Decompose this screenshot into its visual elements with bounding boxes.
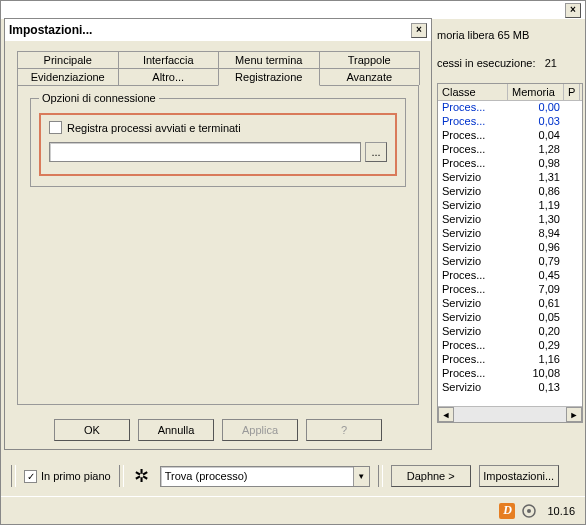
impostazioni-button[interactable]: Impostazioni... [479, 465, 559, 487]
dialog-button-row: OK Annulla Applica ? [17, 419, 419, 441]
cell-class: Servizio [438, 199, 510, 213]
col-header-class[interactable]: Classe [438, 84, 508, 100]
horizontal-scrollbar[interactable]: ◄ ► [438, 406, 582, 422]
cell-class: Proces... [438, 129, 510, 143]
cell-class: Servizio [438, 325, 510, 339]
table-row[interactable]: Servizio1,30 [438, 213, 582, 227]
tab-interfaccia[interactable]: Interfaccia [118, 51, 220, 68]
cell-memory: 1,28 [510, 143, 566, 157]
table-body: Proces...0,00Proces...0,03Proces...0,04P… [438, 101, 582, 395]
cell-memory: 1,30 [510, 213, 566, 227]
table-row[interactable]: Servizio0,13 [438, 381, 582, 395]
browse-button[interactable]: ... [365, 142, 387, 162]
in-primo-piano-checkbox[interactable] [24, 470, 37, 483]
cell-memory: 0,79 [510, 255, 566, 269]
table-row[interactable]: Proces...1,16 [438, 353, 582, 367]
divider [11, 465, 16, 487]
ok-button[interactable]: OK [54, 419, 130, 441]
cell-class: Servizio [438, 171, 510, 185]
cell-class: Servizio [438, 241, 510, 255]
table-row[interactable]: Servizio0,61 [438, 297, 582, 311]
cell-memory: 0,29 [510, 339, 566, 353]
dialog-title: Impostazioni... [9, 23, 411, 37]
cell-memory: 0,13 [510, 381, 566, 395]
tab-registrazione[interactable]: Registrazione [218, 68, 320, 86]
table-row[interactable]: Proces...0,03 [438, 115, 582, 129]
main-titlebar: × [1, 1, 585, 19]
cell-class: Proces... [438, 157, 510, 171]
cell-memory: 7,09 [510, 283, 566, 297]
table-row[interactable]: Proces...1,28 [438, 143, 582, 157]
cell-class: Proces... [438, 269, 510, 283]
tab-evidenziazione[interactable]: Evidenziazione [17, 68, 119, 85]
table-row[interactable]: Servizio8,94 [438, 227, 582, 241]
help-button[interactable]: ? [306, 419, 382, 441]
cell-memory: 0,05 [510, 311, 566, 325]
tab-row-2: EvidenziazioneAltro...RegistrazioneAvanz… [17, 68, 419, 85]
tab-avanzate[interactable]: Avanzate [319, 68, 421, 85]
clock: 10.16 [543, 505, 579, 517]
highlight-box: Registra processi avviati e terminati ..… [39, 113, 397, 176]
tab-altro[interactable]: Altro... [118, 68, 220, 85]
process-table: Classe Memoria P Proces...0,00Proces...0… [437, 83, 583, 423]
cell-class: Proces... [438, 283, 510, 297]
memory-free-label: moria libera 65 MB [437, 29, 557, 41]
info-panel: moria libera 65 MB cessi in esecuzione: … [437, 29, 557, 69]
daphne-tray-icon[interactable]: D [499, 503, 515, 519]
table-row[interactable]: Proces...0,98 [438, 157, 582, 171]
main-close-button[interactable]: × [565, 3, 581, 18]
divider [378, 465, 383, 487]
tab-trappole[interactable]: Trappole [319, 51, 421, 68]
log-path-input[interactable] [49, 142, 361, 162]
settings-dialog: Impostazioni... × PrincipaleInterfacciaM… [4, 18, 432, 450]
processes-running-count: 21 [545, 57, 557, 69]
table-row[interactable]: Servizio0,05 [438, 311, 582, 325]
table-row[interactable]: Proces...7,09 [438, 283, 582, 297]
cell-class: Proces... [438, 353, 510, 367]
col-header-memory[interactable]: Memoria [508, 84, 564, 100]
cell-memory: 1,16 [510, 353, 566, 367]
cell-class: Proces... [438, 143, 510, 157]
log-processes-checkbox[interactable] [49, 121, 62, 134]
table-row[interactable]: Proces...0,04 [438, 129, 582, 143]
table-row[interactable]: Servizio0,79 [438, 255, 582, 269]
dialog-close-button[interactable]: × [411, 23, 427, 38]
table-row[interactable]: Servizio1,19 [438, 199, 582, 213]
cancel-button[interactable]: Annulla [138, 419, 214, 441]
table-row[interactable]: Proces...0,29 [438, 339, 582, 353]
cell-memory: 0,03 [510, 115, 566, 129]
cell-memory: 1,19 [510, 199, 566, 213]
dialog-titlebar: Impostazioni... × [5, 19, 431, 41]
tab-row-1: PrincipaleInterfacciaMenu terminaTrappol… [17, 51, 419, 68]
dialog-body: PrincipaleInterfacciaMenu terminaTrappol… [5, 41, 431, 451]
table-row[interactable]: Servizio0,86 [438, 185, 582, 199]
table-row[interactable]: Proces...0,45 [438, 269, 582, 283]
col-header-p[interactable]: P [564, 84, 580, 100]
table-row[interactable]: Proces...0,00 [438, 101, 582, 115]
cell-memory: 0,45 [510, 269, 566, 283]
table-row[interactable]: Servizio0,96 [438, 241, 582, 255]
tab-principale[interactable]: Principale [17, 51, 119, 68]
taskbar: D 10.16 [1, 496, 585, 524]
cell-memory: 10,08 [510, 367, 566, 381]
table-row[interactable]: Proces...10,08 [438, 367, 582, 381]
cell-class: Servizio [438, 213, 510, 227]
tab-menu-termina[interactable]: Menu termina [218, 51, 320, 68]
chevron-down-icon[interactable]: ▼ [353, 467, 369, 486]
apply-button[interactable]: Applica [222, 419, 298, 441]
scroll-right-button[interactable]: ► [566, 407, 582, 422]
scroll-left-button[interactable]: ◄ [438, 407, 454, 422]
cell-class: Servizio [438, 227, 510, 241]
table-row[interactable]: Servizio0,20 [438, 325, 582, 339]
table-row[interactable]: Servizio1,31 [438, 171, 582, 185]
tab-panel-registrazione: Opzioni di connessione Registra processi… [17, 85, 419, 405]
tray-icon[interactable] [521, 503, 537, 519]
crosshair-tool[interactable]: ✲ [132, 466, 152, 486]
daphne-button[interactable]: Daphne > [391, 465, 471, 487]
log-path-row: ... [49, 142, 387, 162]
table-header: Classe Memoria P [438, 84, 582, 101]
cell-memory: 0,61 [510, 297, 566, 311]
scroll-track[interactable] [454, 407, 566, 422]
tab-control: PrincipaleInterfacciaMenu terminaTrappol… [17, 51, 419, 405]
find-combo[interactable]: Trova (processo) ▼ [160, 466, 370, 487]
